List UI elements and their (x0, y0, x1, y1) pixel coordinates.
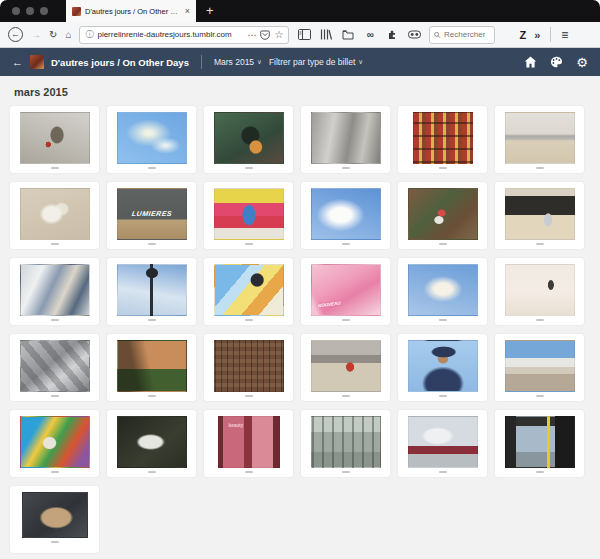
photo-caption (245, 471, 253, 473)
photo-caption (51, 395, 59, 397)
photo-torn-posters (20, 264, 90, 316)
photo-man-sitting-on-steps (20, 112, 90, 164)
photo-card-white-glove-dark[interactable] (107, 410, 196, 477)
photo-papers-on-sand (20, 188, 90, 240)
month-dropdown[interactable]: Mars 2015 ∨ (214, 57, 262, 67)
tab-title: D'autres jours / On Other Days (85, 7, 181, 16)
browser-tab[interactable]: D'autres jours / On Other Days × (66, 0, 196, 22)
new-tab-button[interactable]: + (206, 3, 214, 19)
chevron-down-icon: ∨ (358, 58, 363, 66)
settings-gear-icon[interactable]: ⚙ (576, 56, 588, 69)
puzzle-extension-icon[interactable] (385, 29, 399, 41)
tumblr-archive-header: ← D'autres jours / On Other Days Mars 20… (0, 48, 600, 76)
photo-caption (536, 243, 544, 245)
photo-card-cloud-sky[interactable] (301, 182, 390, 249)
photo-card-magazine-rack[interactable] (398, 106, 487, 173)
filter-dropdown[interactable]: Filtrer par type de billet ∨ (269, 57, 363, 67)
photo-street-red-hydrant (311, 340, 381, 392)
photo-card-trucks-aerial[interactable] (10, 334, 99, 401)
photo-card-figure-colorful-wall[interactable] (204, 182, 293, 249)
photo-card-blossom-branches[interactable] (107, 106, 196, 173)
close-window-button[interactable] (12, 7, 20, 15)
pocket-icon[interactable] (260, 30, 270, 40)
photo-man-navy-cap (408, 340, 478, 392)
search-icon (434, 31, 441, 39)
search-box[interactable] (429, 26, 495, 44)
photo-white-glove-dark (117, 416, 187, 468)
library-icon[interactable] (319, 29, 333, 40)
minimize-window-button[interactable] (26, 7, 34, 15)
photo-card-paris-rooftops[interactable] (301, 410, 390, 477)
photo-card-concrete-bench-figure[interactable] (495, 182, 584, 249)
zoom-window-button[interactable] (40, 7, 48, 15)
photo-card-lumieres-sign[interactable]: LUMIERES (107, 182, 196, 249)
photo-people-brick-wall (117, 340, 187, 392)
page-actions-icon[interactable]: ⋯ (247, 30, 256, 40)
photo-card-man-sitting-on-steps[interactable] (10, 106, 99, 173)
month-heading: mars 2015 (0, 76, 600, 106)
infinity-icon[interactable]: ∞ (363, 29, 377, 40)
photo-card-walker-pale-ground[interactable] (495, 258, 584, 325)
blog-avatar[interactable] (30, 55, 44, 69)
z-extension-icon[interactable]: Z (519, 29, 526, 41)
bookmark-star-icon[interactable]: ☆ (274, 30, 283, 40)
photo-card-airport-window[interactable] (398, 410, 487, 477)
photo-card-people-brick-wall[interactable] (107, 334, 196, 401)
home-button[interactable]: ⌂ (65, 30, 71, 40)
reload-button[interactable]: ↻ (49, 30, 57, 40)
photo-card-snow-white-mural[interactable] (204, 258, 293, 325)
photo-card-bus-window-view[interactable] (495, 410, 584, 477)
blog-title[interactable]: D'autres jours / On Other Days (51, 57, 189, 68)
photo-caption (51, 319, 59, 321)
photo-grid: LUMIERESNOUVEAUbeauty (0, 106, 600, 553)
photo-trucks-aerial (20, 340, 90, 392)
url-bar[interactable]: ⓘ pierrelinrenie-dautresjours.tumblr.com… (79, 26, 289, 44)
photo-concrete-bench-figure (505, 188, 575, 240)
photo-cloud-sky-2 (408, 264, 478, 316)
search-input[interactable] (444, 30, 490, 39)
photo-forest-figures (214, 112, 284, 164)
photo-card-cloud-sky-2[interactable] (398, 258, 487, 325)
photo-card-parrot-mural[interactable] (10, 410, 99, 477)
photo-card-wasteland-towers[interactable] (495, 106, 584, 173)
photo-card-cardboard-box[interactable] (10, 486, 99, 553)
photo-card-papers-on-sand[interactable] (10, 182, 99, 249)
hamburger-menu-icon[interactable]: ≡ (561, 28, 568, 42)
archive-back-icon[interactable]: ← (12, 57, 23, 68)
photo-card-leaves-ivy-ground[interactable] (398, 182, 487, 249)
palette-icon[interactable] (550, 56, 563, 68)
photo-card-street-red-hydrant[interactable] (301, 334, 390, 401)
overflow-chevrons-icon[interactable]: » (534, 29, 540, 41)
photo-card-beauty-storefront[interactable]: beauty (204, 410, 293, 477)
photo-caption (148, 471, 156, 473)
photo-leaves-ivy-ground (408, 188, 478, 240)
sidebar-icon[interactable] (297, 29, 311, 40)
photo-card-brick-texture[interactable] (204, 334, 293, 401)
photo-cloud-sky (311, 188, 381, 240)
photo-card-street-lamp-sky[interactable] (107, 258, 196, 325)
back-button[interactable]: ← (8, 27, 23, 42)
photo-caption (342, 243, 350, 245)
photo-caption (148, 319, 156, 321)
mask-icon[interactable] (407, 30, 421, 39)
photo-figure-colorful-wall (214, 188, 284, 240)
photo-card-torn-posters[interactable] (10, 258, 99, 325)
dashboard-home-icon[interactable] (524, 56, 537, 68)
forward-button[interactable]: → (31, 30, 41, 40)
photo-caption (536, 167, 544, 169)
folder-icon[interactable] (341, 29, 355, 40)
url-text[interactable]: pierrelinrenie-dautresjours.tumblr.com (97, 30, 243, 39)
photo-caption (439, 395, 447, 397)
photo-label: beauty (229, 423, 244, 428)
photo-interior-reflection (311, 112, 381, 164)
photo-card-forest-figures[interactable] (204, 106, 293, 173)
site-info-icon[interactable]: ⓘ (85, 29, 93, 40)
photo-card-city-horizon[interactable] (495, 334, 584, 401)
photo-caption (245, 319, 253, 321)
photo-caption (536, 319, 544, 321)
photo-card-interior-reflection[interactable] (301, 106, 390, 173)
tab-close-icon[interactable]: × (185, 7, 190, 16)
photo-card-man-navy-cap[interactable] (398, 334, 487, 401)
photo-caption (51, 243, 59, 245)
photo-card-pink-poster-nouveau[interactable]: NOUVEAU (301, 258, 390, 325)
